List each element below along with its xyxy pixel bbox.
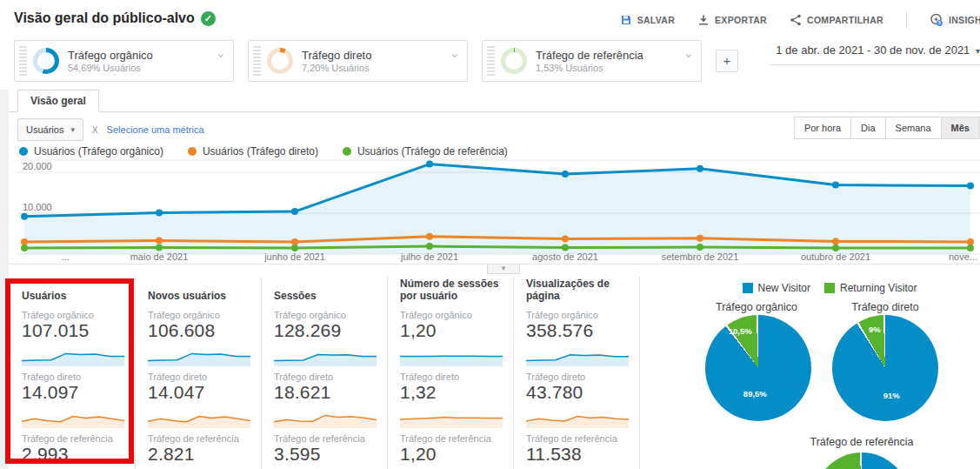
sparkline (274, 405, 377, 428)
metric-cards-row: Usuários Tráfego orgânico 107.015 Tráfeg… (9, 277, 980, 469)
metric-value: 43.780 (526, 382, 631, 403)
legend-dot-direct (188, 147, 197, 156)
insights-button[interactable]: 5 INSIGHTS (930, 13, 980, 27)
select-metric-link[interactable]: Selecione uma métrica (107, 124, 204, 135)
metric-value: 1,20 (400, 444, 505, 465)
pie-chart-referral (814, 452, 910, 469)
card-users[interactable]: Usuários Tráfego orgânico 107.015 Tráfeg… (22, 277, 136, 469)
metric-value: 1,20 (400, 320, 505, 341)
granularity-hourly-button[interactable]: Por hora (794, 117, 851, 139)
left-gutter (0, 90, 9, 469)
segment-stat: 1,53% Usuários (536, 63, 643, 73)
share-icon (790, 14, 802, 26)
granularity-day-button[interactable]: Dia (851, 117, 886, 139)
metric-value: 107.015 (22, 320, 127, 341)
svg-text:...: ... (61, 251, 69, 262)
legend-item-referral: Usuários (Tráfego de referência) (343, 145, 508, 157)
svg-text:junho de 2021: junho de 2021 (263, 251, 325, 262)
segment-name: Tráfego orgânico (68, 49, 153, 63)
remove-metric-button[interactable]: X (92, 125, 98, 135)
metric-dropdown[interactable]: Usuários ▾ (17, 118, 83, 141)
segment-name: Tráfego de referência (536, 49, 643, 63)
segment-chip-direct[interactable]: Tráfego direto 7,20% Usuários ⌄ (248, 40, 468, 82)
pie-title-organic: Tráfego orgânico (691, 301, 822, 313)
legend-dot-organic (19, 147, 28, 156)
metric-value: 128.269 (274, 320, 379, 341)
legend-dot-referral (343, 147, 351, 156)
chevron-down-icon[interactable]: ⌄ (215, 46, 226, 59)
drag-handle-icon[interactable] (19, 46, 27, 76)
metric-value: 2.821 (148, 444, 253, 465)
segment-chip-organic[interactable]: Tráfego orgânico 54,69% Usuários ⌄ (14, 40, 234, 82)
legend-swatch (743, 283, 753, 293)
svg-text:outubro de 2021: outubro de 2021 (801, 251, 870, 262)
tab-overview[interactable]: Visão geral (17, 90, 99, 112)
export-button[interactable]: EXPORTAR (697, 14, 767, 26)
segment-donut-referral (501, 48, 527, 74)
pie-slice-label: 91% (883, 390, 900, 399)
save-icon (620, 14, 632, 26)
sparkline (148, 344, 250, 366)
granularity-month-button[interactable]: Mês (942, 117, 980, 139)
pie-title-direct: Tráfego direto (820, 301, 950, 313)
card-title: Visualizações de página (526, 277, 631, 305)
chevron-down-icon: ▾ (70, 125, 75, 134)
metric-value: 2.993 (22, 444, 127, 465)
segment-donut-direct (267, 48, 293, 74)
chart-legend: Usuários (Tráfego orgânico) Usuários (Tr… (19, 145, 508, 157)
tab-bar: Visão geral (9, 90, 980, 112)
pie-legend: New Visitor Returning Visitor (691, 282, 968, 294)
share-button[interactable]: COMPARTILHAR (790, 14, 883, 26)
pie-slice-label: 10,5% (729, 326, 752, 336)
add-segment-button[interactable]: + (716, 50, 738, 72)
chevron-down-icon[interactable]: ⌄ (683, 46, 694, 59)
segment-chip-referral[interactable]: Tráfego de referência 1,53% Usuários ⌄ (482, 40, 702, 82)
card-sessions[interactable]: Sessões Tráfego orgânico 128.269 Tráfego… (274, 277, 388, 469)
card-title: Novos usuários (148, 277, 253, 305)
line-chart: 10.00020.000...maio de 2021junho de 2021… (9, 159, 980, 264)
save-button[interactable]: SALVAR (620, 14, 675, 26)
main-panel: Visão geral Usuários ▾ X Selecione uma m… (9, 90, 980, 469)
pie-slice-label: 89,5% (743, 389, 767, 399)
sparkline (274, 344, 377, 366)
visitor-pies-section: New Visitor Returning Visitor Tráfego or… (691, 277, 980, 469)
segment-chips-row: Tráfego orgânico 54,69% Usuários ⌄ Tráfe… (14, 40, 738, 82)
chevron-down-icon[interactable]: ⌄ (449, 46, 460, 59)
svg-text:5: 5 (938, 20, 941, 25)
download-icon (697, 14, 710, 26)
metric-value: 3.595 (274, 444, 379, 465)
line-chart-svg: 10.00020.000...maio de 2021junho de 2021… (9, 159, 980, 264)
metric-value: 11.538 (526, 444, 631, 465)
time-granularity-group: Por hora Dia Semana Mês (794, 117, 980, 139)
verified-badge-icon: ✓ (201, 11, 216, 26)
sparkline (400, 344, 503, 366)
date-range-text: 1 de abr. de 2021 - 30 de nov. de 2021 (776, 44, 970, 57)
sparkline (526, 344, 629, 366)
metric-value: 1,32 (400, 382, 505, 403)
drag-handle-icon[interactable] (253, 46, 261, 76)
svg-text:nove...: nove... (949, 251, 977, 262)
metric-value: 18.621 (274, 382, 379, 403)
svg-text:20.000: 20.000 (23, 161, 52, 171)
pie-legend-new-visitor: New Visitor (743, 282, 810, 294)
date-range-selector[interactable]: 1 de abr. de 2021 - 30 de nov. de 2021 ▾ (770, 44, 980, 65)
card-pageviews[interactable]: Visualizações de página Tráfego orgânico… (526, 277, 640, 469)
collapse-chart-button[interactable]: ▼ (487, 265, 520, 274)
insights-icon: 5 (930, 13, 943, 27)
granularity-week-button[interactable]: Semana (886, 117, 942, 139)
sparkline (400, 405, 503, 428)
metric-value: 14.047 (148, 382, 253, 403)
pie-title-referral: Tráfego de referência (775, 436, 949, 448)
segment-name: Tráfego direto (302, 49, 371, 63)
pie-legend-returning-visitor: Returning Visitor (824, 282, 917, 294)
card-new-users[interactable]: Novos usuários Tráfego orgânico 106.608 … (148, 277, 262, 469)
sparkline (22, 344, 124, 366)
legend-item-direct: Usuários (Tráfego direto) (188, 145, 318, 157)
svg-text:agosto de 2021: agosto de 2021 (532, 251, 598, 262)
card-sessions-per-user[interactable]: Número de sessões por usuário Tráfego or… (400, 277, 514, 469)
drag-handle-icon[interactable] (487, 46, 495, 76)
metric-value: 14.097 (22, 382, 127, 403)
card-title: Sessões (274, 277, 379, 305)
legend-item-organic: Usuários (Tráfego orgânico) (19, 145, 163, 157)
legend-swatch (824, 283, 835, 293)
